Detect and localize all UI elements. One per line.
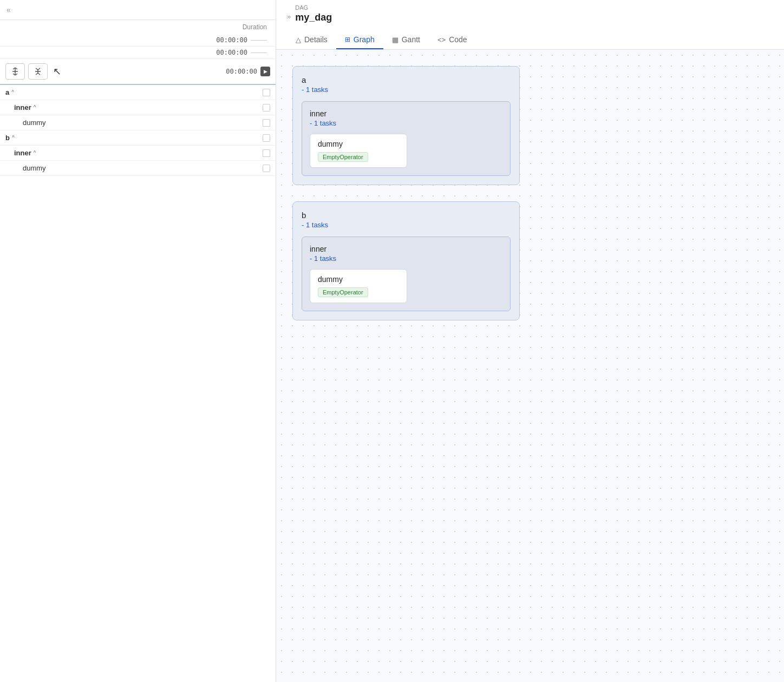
tab-details[interactable]: △ Details [287,31,336,49]
expand-vertical-button[interactable] [5,63,25,80]
group-a-subtitle[interactable]: - 1 tasks [302,86,511,94]
task-name-dummy-b: dummy [5,164,46,172]
graph-content: a - 1 tasks inner - 1 tasks dummy EmptyO… [292,66,768,320]
right-header: » DAG my_dag △ Details ⊞ Graph ▦ Gantt [276,0,784,50]
task-item-dummy-b[interactable]: dummy [0,161,276,176]
group-b-subtitle[interactable]: - 1 tasks [302,221,511,229]
inner-card-b: inner - 1 tasks dummy EmptyOperator [302,237,511,311]
collapse-left-icon[interactable]: « [6,5,11,14]
time-dash-2 [251,53,267,53]
task-item-b[interactable]: b ^ [0,130,276,146]
group-a-title: a [302,75,511,84]
duration-header: Duration [0,20,276,34]
checkbox-inner-a[interactable] [263,104,270,112]
graph-icon: ⊞ [345,36,350,43]
checkbox-dummy-a[interactable] [263,119,270,127]
caret-a: ^ [11,89,14,95]
time-value-2: 00:00:00 [216,49,247,56]
caret-inner-a: ^ [34,104,36,110]
svg-line-8 [38,68,40,70]
collapse-vertical-button[interactable] [28,63,48,80]
tab-code[interactable]: <> Code [429,31,476,49]
time-row-2: 00:00:00 [0,47,276,59]
task-name-inner-b: inner [5,149,31,157]
task-node-dummy-b-badge: EmptyOperator [318,287,368,297]
task-node-dummy-b[interactable]: dummy EmptyOperator [310,269,407,303]
graph-area: a - 1 tasks inner - 1 tasks dummy EmptyO… [276,50,784,682]
task-name-b: b [5,134,10,142]
expand-right-icon[interactable]: » [287,12,291,21]
task-item-dummy-a[interactable]: dummy [0,115,276,130]
caret-inner-b: ^ [34,150,36,156]
main-layout: « Duration 00:00:00 00:00:00 [0,0,784,682]
checkbox-inner-b[interactable] [263,149,270,157]
gantt-icon: ▦ [392,36,398,44]
task-node-dummy-a[interactable]: dummy EmptyOperator [310,134,407,168]
cursor-pointer-icon: ↖ [53,65,61,77]
group-card-b: b - 1 tasks inner - 1 tasks dummy EmptyO… [292,201,520,320]
caret-b: ^ [12,135,15,141]
svg-line-10 [38,73,40,75]
task-name-dummy-a: dummy [5,119,46,127]
tab-bar: △ Details ⊞ Graph ▦ Gantt <> Code [287,31,773,49]
task-node-dummy-b-title: dummy [318,275,399,284]
checkbox-dummy-b[interactable] [263,165,270,172]
inner-b-title: inner [310,245,502,253]
task-node-dummy-a-badge: EmptyOperator [318,152,368,162]
task-item-a[interactable]: a ^ [0,85,276,100]
task-item-inner-a[interactable]: inner ^ [0,100,276,115]
svg-line-7 [36,68,38,70]
details-icon: △ [296,36,301,44]
task-name-inner-a: inner [5,103,31,112]
time-dash-1 [251,40,267,41]
right-panel: » DAG my_dag △ Details ⊞ Graph ▦ Gantt [276,0,784,682]
time-value-3: 00:00:00 [226,68,257,75]
dag-label: DAG [295,4,332,11]
group-card-a: a - 1 tasks inner - 1 tasks dummy EmptyO… [292,66,520,185]
svg-line-9 [36,73,38,75]
inner-card-a: inner - 1 tasks dummy EmptyOperator [302,101,511,176]
code-icon: <> [437,36,446,44]
checkbox-a[interactable] [263,89,270,96]
toolbar-row: ↖ 00:00:00 ▶ [0,59,276,85]
task-item-inner-b[interactable]: inner ^ [0,146,276,161]
time-row-3-container: 00:00:00 ▶ [226,67,270,76]
task-node-dummy-a-title: dummy [318,140,399,148]
tab-gantt[interactable]: ▦ Gantt [383,31,429,49]
task-name-a: a [5,88,9,96]
inner-a-subtitle[interactable]: - 1 tasks [310,119,502,127]
tab-graph[interactable]: ⊞ Graph [336,31,383,49]
left-panel: « Duration 00:00:00 00:00:00 [0,0,276,682]
checkbox-b[interactable] [263,134,270,142]
duration-label: Duration [243,23,267,31]
dag-title: my_dag [295,12,332,23]
task-list: a ^ inner ^ dummy b ^ [0,85,276,682]
time-value-1: 00:00:00 [216,36,247,44]
time-row-1: 00:00:00 [0,34,276,47]
play-button[interactable]: ▶ [260,67,270,76]
inner-b-subtitle[interactable]: - 1 tasks [310,254,502,263]
group-b-title: b [302,211,511,220]
inner-a-title: inner [310,109,502,118]
